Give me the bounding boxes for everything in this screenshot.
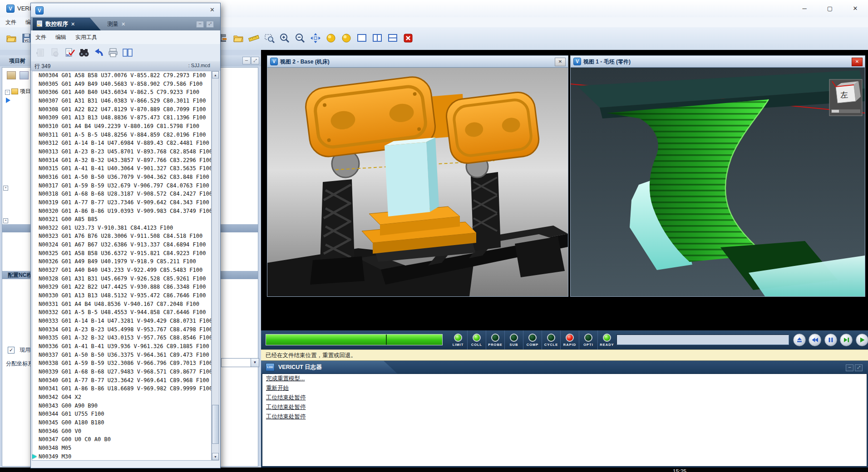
- log-line[interactable]: 完成重置模型...: [262, 374, 867, 384]
- zoom-window-icon[interactable]: [263, 32, 275, 44]
- log-minimize-icon[interactable]: ─: [846, 364, 853, 371]
- layout-single-icon[interactable]: [356, 32, 368, 44]
- nc-code-line[interactable]: N00308 G01 A22 B22 U47.8129 V-870.889 C8…: [32, 105, 211, 114]
- expand-icon[interactable]: +: [3, 218, 8, 223]
- scroll-down-icon[interactable]: ▼: [212, 453, 219, 460]
- log-line[interactable]: 工位结束处暂停: [262, 393, 867, 403]
- nc-code-line[interactable]: N00329 G01 A22 B22 U47.4425 V-930.888 C8…: [32, 283, 211, 291]
- nc-code-line[interactable]: N00328 G01 A31 B31 U45.6679 V-926.528 C8…: [32, 275, 211, 283]
- nc-scrollbar[interactable]: ▲ ▼: [212, 71, 219, 461]
- led-sub[interactable]: SUB: [504, 330, 523, 349]
- nc-code-line[interactable]: N00327 G01 A40 B40 U43.233 V-922.499 C85…: [32, 266, 211, 275]
- chevron-down-icon[interactable]: ▼: [251, 359, 259, 367]
- nc-code-line[interactable]: N00344 G01 U755 F100: [32, 410, 211, 418]
- measure-icon[interactable]: [248, 32, 260, 44]
- log-line[interactable]: 工位结束处暂停: [262, 412, 867, 422]
- sphere-b-icon[interactable]: [340, 32, 352, 44]
- menu-文件[interactable]: 文件: [1, 17, 21, 28]
- log-line[interactable]: 重新开始: [262, 384, 867, 393]
- stock-3d-viewport[interactable]: 左: [571, 68, 865, 296]
- open-folder-icon[interactable]: [5, 32, 17, 44]
- nc-code-line[interactable]: N00326 G01 A49 B49 U40.1979 V-918.9 C85.…: [32, 257, 211, 266]
- nc-code-line[interactable]: N00324 G01 A67 B67 U32.6386 V-913.337 C8…: [32, 241, 211, 249]
- nc-code-line[interactable]: N00343 G00 A90 B90: [32, 402, 211, 410]
- nc-code-line[interactable]: N00307 G01 A31 B31 U46.0383 V-866.529 C8…: [32, 97, 211, 105]
- fit-view-icon[interactable]: [310, 32, 321, 44]
- zoom-in-icon[interactable]: [279, 32, 291, 44]
- nc-code-line[interactable]: N00318 G01 A-68 B-68 U28.3187 V-908.572 …: [32, 190, 211, 198]
- log-line[interactable]: 工位结束处暂停: [262, 403, 867, 412]
- nc-code-line[interactable]: N00310 G01 A4 B4 U49.2239 V-880.169 C81.…: [32, 122, 211, 131]
- nc-code-line[interactable]: N00331 G01 A4 B4 U48.8536 V-940.167 C87.…: [32, 300, 211, 309]
- layout-split-v-icon[interactable]: [371, 32, 383, 44]
- eject-button[interactable]: [793, 334, 806, 346]
- pause-button[interactable]: [824, 334, 837, 346]
- nc-code-line[interactable]: N00317 G01 A-59 B-59 U32.679 V-906.797 C…: [32, 182, 211, 190]
- nc-code-line[interactable]: N00315 G01 A-41 B-41 U40.3064 V-901.327 …: [32, 164, 211, 173]
- log-detach-icon[interactable]: ⤢: [855, 364, 863, 371]
- view2-close-button[interactable]: ✕: [555, 58, 566, 66]
- scroll-up-icon[interactable]: ▲: [212, 71, 219, 79]
- nc-code-line[interactable]: N00313 G01 A-23 B-23 U45.8701 V-893.768 …: [32, 148, 211, 156]
- led-rapid[interactable]: RAPID: [560, 330, 579, 349]
- nc-code-line[interactable]: N00309 G01 A13 B13 U48.8836 V-875.473 C8…: [32, 113, 211, 122]
- nc-check-icon[interactable]: NC: [64, 47, 75, 59]
- play-button[interactable]: [856, 334, 868, 346]
- rewind-button[interactable]: [809, 334, 821, 346]
- led-cycle[interactable]: CYCLE: [542, 330, 560, 349]
- coord-system-combobox[interactable]: ▼: [221, 358, 259, 367]
- nc-code-line[interactable]: N00340 G01 A-77 B-77 U23.3642 V-969.641 …: [32, 376, 211, 385]
- nc-code-line[interactable]: N00347 G00 U0 C0 A0 B0: [32, 435, 211, 444]
- nc-code-line[interactable]: N00332 G01 A-5 B-5 U48.4553 V-944.858 C8…: [32, 308, 211, 317]
- log-tab[interactable]: LOG VERICUT 日志器: [261, 361, 397, 374]
- led-probe[interactable]: PROBE: [486, 330, 504, 349]
- view1-close-button[interactable]: ✕: [852, 58, 863, 66]
- nc-code-line[interactable]: N00333 G01 A-14 B-14 U47.3281 V-949.429 …: [32, 317, 211, 325]
- nc-code-line[interactable]: N00341 G01 A-86 B-86 U18.6689 V-969.982 …: [32, 384, 211, 393]
- nc-code-line[interactable]: N00339 G01 A-68 B-68 U27.9483 V-968.571 …: [32, 368, 211, 376]
- led-ready[interactable]: READY: [597, 330, 616, 349]
- nc-code-line[interactable]: N00320 G01 A-86 B-86 U19.0393 V-909.983 …: [32, 207, 211, 216]
- expand-icon[interactable]: +: [3, 186, 8, 191]
- nc-code-line[interactable]: N00316 G01 A-50 B-50 U36.7079 V-904.362 …: [32, 173, 211, 182]
- view1-titlebar[interactable]: V 视图 1 - 毛坯 (零件) ✕: [571, 56, 865, 68]
- nc-code-line[interactable]: N00325 G01 A58 B58 U36.6372 V-915.821 C8…: [32, 249, 211, 258]
- nc-code-line[interactable]: N00323 G01 A76 B76 U28.3006 V-911.508 C8…: [32, 232, 211, 241]
- nc-code-line[interactable]: N00305 G01 A49 B49 U40.5683 V-858.902 C7…: [32, 80, 211, 88]
- tab-close-icon[interactable]: ✕: [71, 21, 75, 27]
- orientation-cube-widget[interactable]: 左: [829, 79, 862, 116]
- nc-code-line[interactable]: N00349 M30: [32, 452, 211, 461]
- copy-list-icon[interactable]: [35, 47, 46, 59]
- close-button[interactable]: ✕: [843, 0, 868, 17]
- nc-code-line[interactable]: N00334 G01 A-23 B-23 U45.4998 V-953.767 …: [32, 325, 211, 334]
- maximize-button[interactable]: ▢: [817, 0, 843, 17]
- nc-code-line[interactable]: N00342 G04 X2: [32, 393, 211, 402]
- nc-code-line[interactable]: N00330 G01 A13 B13 U48.5132 V-935.472 C8…: [32, 291, 211, 300]
- nc-search-icon[interactable]: NC: [49, 47, 61, 59]
- tool-icon[interactable]: [20, 71, 29, 79]
- nc-menu-编辑[interactable]: 编辑: [51, 30, 71, 44]
- nc-menu-文件[interactable]: 文件: [31, 30, 51, 44]
- tree-node-project[interactable]: − 项目: [5, 88, 31, 95]
- active-checkbox[interactable]: ✓: [8, 347, 15, 354]
- nc-code-line[interactable]: N00338 G01 A-59 B-59 U32.3086 V-966.796 …: [32, 359, 211, 368]
- open-folder-icon[interactable]: [232, 32, 244, 44]
- nc-code-area[interactable]: N00304 G01 A58 B58 U37.0076 V-855.822 C7…: [32, 71, 212, 461]
- nc-code-line[interactable]: N00311 G01 A-5 B-5 U48.8256 V-884.859 C8…: [32, 131, 211, 139]
- brush-icon[interactable]: [7, 71, 16, 79]
- nc-code-line[interactable]: N00304 G01 A58 B58 U37.0076 V-855.822 C7…: [32, 71, 211, 80]
- close-views-icon[interactable]: [402, 32, 414, 44]
- nc-window-titlebar[interactable]: V ✕: [31, 3, 220, 17]
- led-comp[interactable]: COMP: [523, 330, 542, 349]
- panel-minimize-icon[interactable]: ─: [242, 57, 251, 64]
- nc-code-line[interactable]: N00336 G01 A-41 B-41 U39.936 V-961.326 C…: [32, 342, 211, 351]
- collapse-icon[interactable]: −: [5, 90, 10, 95]
- nc-block-input[interactable]: [616, 334, 789, 345]
- nc-code-line[interactable]: N00314 G01 A-32 B-32 U43.3857 V-897.766 …: [32, 156, 211, 165]
- machine-3d-viewport[interactable]: [267, 68, 568, 296]
- minimize-button[interactable]: ─: [792, 0, 817, 17]
- nc-code-line[interactable]: N00348 M05: [32, 444, 211, 452]
- panel-detach-icon[interactable]: ⤢: [251, 57, 259, 64]
- tab-数控程序[interactable]: NC数控程序✕: [33, 18, 101, 30]
- led-limit[interactable]: LIMIT: [449, 330, 467, 349]
